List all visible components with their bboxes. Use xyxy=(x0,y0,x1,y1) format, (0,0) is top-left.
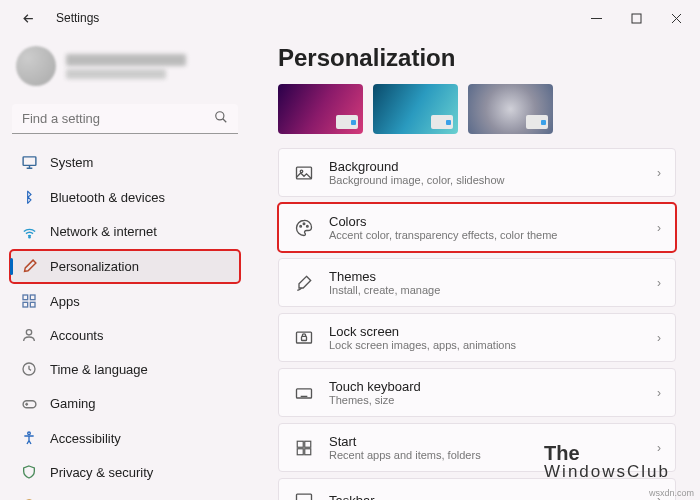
theme-thumbnail[interactable] xyxy=(468,84,553,134)
svg-point-16 xyxy=(307,225,309,227)
svg-rect-22 xyxy=(297,448,303,454)
person-icon xyxy=(20,327,38,343)
card-subtitle: Install, create, manage xyxy=(329,284,643,296)
sidebar-item-time[interactable]: Time & language xyxy=(10,353,240,385)
card-background[interactable]: Background Background image, color, slid… xyxy=(278,148,676,197)
svg-rect-0 xyxy=(632,14,641,23)
card-title: Background xyxy=(329,159,643,174)
user-info xyxy=(66,54,186,79)
card-subtitle: Lock screen images, apps, animations xyxy=(329,339,643,351)
user-name xyxy=(66,54,186,66)
card-title: Lock screen xyxy=(329,324,643,339)
wifi-icon xyxy=(20,223,38,240)
search-input[interactable] xyxy=(22,111,214,126)
chevron-right-icon: › xyxy=(657,441,661,455)
card-touchkeyboard[interactable]: Touch keyboard Themes, size › xyxy=(278,368,676,417)
sidebar-item-accounts[interactable]: Accounts xyxy=(10,319,240,351)
picture-icon xyxy=(293,162,315,184)
palette-icon xyxy=(293,217,315,239)
svg-rect-24 xyxy=(297,494,312,500)
sidebar-item-label: Accounts xyxy=(50,328,103,343)
theme-thumbnail[interactable] xyxy=(278,84,363,134)
back-button[interactable] xyxy=(14,4,42,32)
svg-rect-23 xyxy=(305,448,311,454)
card-themes[interactable]: Themes Install, create, manage › xyxy=(278,258,676,307)
sidebar-item-network[interactable]: Network & internet xyxy=(10,215,240,248)
card-subtitle: Accent color, transparency effects, colo… xyxy=(329,229,643,241)
card-title: Colors xyxy=(329,214,643,229)
svg-point-11 xyxy=(28,432,31,435)
svg-point-3 xyxy=(28,236,29,237)
sidebar-item-label: Gaming xyxy=(50,396,96,411)
user-email xyxy=(66,69,166,79)
sidebar-item-system[interactable]: System xyxy=(10,146,240,179)
bluetooth-icon: ᛒ xyxy=(20,189,38,205)
sidebar-item-label: Bluetooth & devices xyxy=(50,190,165,205)
svg-rect-18 xyxy=(302,336,307,340)
chevron-right-icon: › xyxy=(657,276,661,290)
svg-rect-2 xyxy=(23,157,36,166)
sidebar: System ᛒ Bluetooth & devices Network & i… xyxy=(0,36,250,500)
maximize-button[interactable] xyxy=(616,3,656,33)
card-subtitle: Background image, color, slideshow xyxy=(329,174,643,186)
sidebar-item-label: Apps xyxy=(50,294,80,309)
close-button[interactable] xyxy=(656,3,696,33)
card-title: Taskbar xyxy=(329,493,643,501)
svg-rect-10 xyxy=(23,401,36,408)
search-icon xyxy=(214,110,228,127)
maximize-icon xyxy=(631,13,642,24)
sidebar-item-label: Privacy & security xyxy=(50,465,153,480)
card-subtitle: Recent apps and items, folders xyxy=(329,449,643,461)
sidebar-item-gaming[interactable]: Gaming xyxy=(10,387,240,420)
chevron-right-icon: › xyxy=(657,331,661,345)
window-title: Settings xyxy=(56,11,99,25)
card-title: Touch keyboard xyxy=(329,379,643,394)
sidebar-item-privacy[interactable]: Privacy & security xyxy=(10,456,240,488)
svg-rect-21 xyxy=(305,441,311,447)
sidebar-item-label: Time & language xyxy=(50,362,148,377)
card-colors[interactable]: Colors Accent color, transparency effect… xyxy=(278,203,676,252)
svg-rect-4 xyxy=(23,295,28,300)
sidebar-item-label: Network & internet xyxy=(50,224,157,239)
theme-thumbnails xyxy=(278,84,676,134)
card-title: Themes xyxy=(329,269,643,284)
display-icon xyxy=(20,154,38,171)
sidebar-item-personalization[interactable]: Personalization xyxy=(10,250,240,283)
sidebar-item-update[interactable]: Windows Update xyxy=(10,490,240,500)
chevron-right-icon: › xyxy=(657,386,661,400)
chevron-right-icon: › xyxy=(657,493,661,500)
sidebar-item-label: System xyxy=(50,155,93,170)
theme-mini-icon xyxy=(336,115,358,129)
avatar xyxy=(16,46,56,86)
card-start[interactable]: Start Recent apps and items, folders › xyxy=(278,423,676,472)
user-profile[interactable] xyxy=(10,42,240,96)
lockscreen-icon xyxy=(293,327,315,349)
search-box[interactable] xyxy=(12,104,238,134)
card-taskbar[interactable]: Taskbar › xyxy=(278,478,676,500)
titlebar: Settings xyxy=(0,0,700,36)
sidebar-item-label: Personalization xyxy=(50,259,139,274)
shield-icon xyxy=(20,464,38,480)
clock-icon xyxy=(20,361,38,377)
svg-rect-5 xyxy=(30,295,35,300)
sidebar-item-bluetooth[interactable]: ᛒ Bluetooth & devices xyxy=(10,181,240,213)
svg-point-15 xyxy=(303,223,305,225)
svg-point-1 xyxy=(216,112,224,120)
theme-thumbnail[interactable] xyxy=(373,84,458,134)
svg-point-14 xyxy=(300,225,302,227)
card-lockscreen[interactable]: Lock screen Lock screen images, apps, an… xyxy=(278,313,676,362)
chevron-right-icon: › xyxy=(657,221,661,235)
sidebar-item-label: Accessibility xyxy=(50,431,121,446)
svg-rect-7 xyxy=(30,302,35,307)
window-controls xyxy=(576,3,696,33)
svg-point-8 xyxy=(26,330,31,335)
taskbar-icon xyxy=(293,489,315,500)
accessibility-icon xyxy=(20,430,38,446)
paintbrush-icon xyxy=(20,258,38,275)
start-icon xyxy=(293,437,315,459)
sidebar-item-accessibility[interactable]: Accessibility xyxy=(10,422,240,454)
sidebar-item-apps[interactable]: Apps xyxy=(10,285,240,317)
minimize-button[interactable] xyxy=(576,3,616,33)
main-content: Personalization Background Background im… xyxy=(250,36,700,500)
close-icon xyxy=(671,13,682,24)
